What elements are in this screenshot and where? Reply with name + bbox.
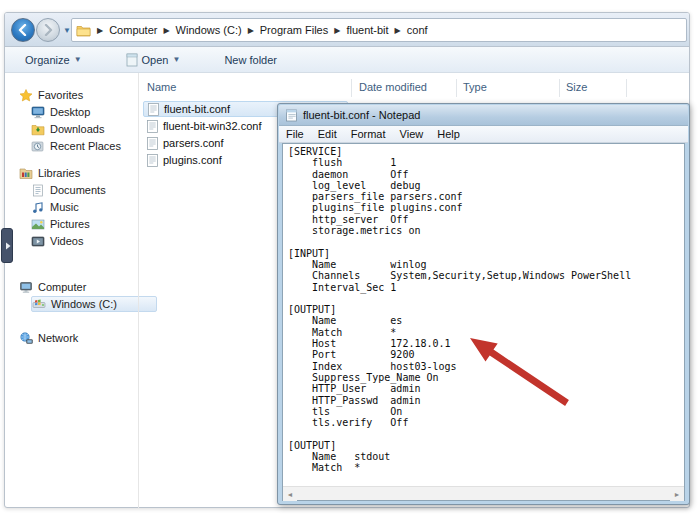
open-label: Open (142, 54, 169, 66)
notepad-edit-area[interactable]: [SERVICE] flush 1 daemon Off log_level d… (282, 143, 685, 501)
file-name: fluent-bit.conf (164, 103, 230, 115)
sidebar-item-label: Libraries (38, 167, 80, 179)
breadcrumb-computer[interactable]: Computer (109, 24, 157, 36)
scroll-right-icon[interactable]: ► (670, 487, 684, 501)
document-icon (126, 53, 138, 67)
recent-pages-dropdown-icon[interactable]: ▼ (63, 26, 71, 35)
back-button[interactable] (11, 18, 35, 42)
column-separator[interactable] (626, 79, 627, 97)
new-folder-label: New folder (224, 54, 277, 66)
pane-separator (138, 73, 139, 508)
column-separator[interactable] (559, 79, 560, 97)
menu-view[interactable]: View (393, 128, 431, 140)
address-bar: ▼ ▶ Computer ▶ Windows (C:) ▶ Program Fi… (5, 13, 689, 47)
horizontal-scrollbar[interactable]: ◄ ► (283, 486, 684, 500)
file-name: plugins.conf (163, 154, 222, 166)
menu-format[interactable]: Format (344, 128, 393, 140)
notepad-title-bar[interactable]: fluent-bit.conf - Notepad (279, 105, 688, 126)
breadcrumb-windows-c[interactable]: Windows (C:) (176, 24, 242, 36)
back-arrow-icon (17, 24, 29, 36)
notepad-icon (285, 109, 298, 122)
sidebar-item-label: Documents (50, 184, 106, 196)
sidebar-item-label: Recent Places (50, 140, 121, 152)
open-button[interactable]: Open ▼ (118, 47, 189, 72)
menu-help[interactable]: Help (430, 128, 467, 140)
folder-icon (76, 24, 91, 37)
network-globe-icon (19, 332, 33, 345)
sidebar-item-label: Music (50, 201, 79, 213)
column-separator[interactable] (351, 79, 352, 97)
menu-edit[interactable]: Edit (311, 128, 344, 140)
file-list-header: Name Date modified Type Size (139, 77, 690, 99)
column-name[interactable]: Name (147, 81, 176, 93)
notepad-menu-bar: File Edit Format View Help (279, 126, 688, 143)
sidebar-item-label: Pictures (50, 218, 90, 230)
pictures-icon (31, 218, 45, 231)
organize-button[interactable]: Organize ▼ (17, 47, 90, 72)
sidebar-item-label: Windows (C:) (51, 298, 117, 310)
conf-file-icon (147, 120, 158, 133)
scroll-left-icon[interactable]: ◄ (283, 487, 297, 501)
breadcrumb-program-files[interactable]: Program Files (260, 24, 328, 36)
sidebar-item-label: Favorites (38, 89, 83, 101)
conf-file-icon (147, 154, 158, 167)
computer-icon (19, 281, 33, 294)
breadcrumb-conf[interactable]: conf (407, 24, 428, 36)
videos-icon (31, 235, 45, 248)
edge-capture-tab[interactable] (1, 228, 13, 263)
breadcrumb-separator-icon: ▶ (91, 26, 109, 35)
conf-file-icon (147, 137, 158, 150)
column-type[interactable]: Type (463, 81, 487, 93)
desktop-icon (31, 106, 45, 119)
file-name: fluent-bit-win32.conf (163, 120, 261, 132)
command-toolbar: Organize ▼ Open ▼ New folder (5, 47, 689, 73)
sidebar-item-computer[interactable]: Computer (19, 279, 145, 295)
notepad-title-text: fluent-bit.conf - Notepad (303, 109, 420, 121)
forward-button-disabled[interactable] (36, 18, 60, 42)
breadcrumb-separator-icon: ▶ (242, 26, 260, 35)
libraries-icon (19, 167, 33, 180)
drive-icon (32, 298, 46, 311)
sidebar-item-label: Desktop (50, 106, 90, 118)
chevron-down-icon: ▼ (172, 55, 180, 64)
sidebar-item-label: Videos (50, 235, 83, 247)
address-breadcrumb-field[interactable]: ▶ Computer ▶ Windows (C:) ▶ Program File… (71, 18, 687, 42)
organize-label: Organize (25, 54, 70, 66)
menu-file[interactable]: File (279, 128, 311, 140)
recent-places-icon (31, 140, 45, 153)
music-note-icon (31, 201, 45, 214)
documents-icon (31, 184, 45, 197)
play-icon (5, 242, 11, 250)
chevron-down-icon: ▼ (74, 55, 82, 64)
breadcrumb-separator-icon: ▶ (389, 26, 407, 35)
column-size[interactable]: Size (566, 81, 587, 93)
star-icon (19, 89, 33, 102)
sidebar-item-label: Downloads (50, 123, 104, 135)
navigation-pane: Favorites Desktop Downloads Recent Place… (5, 73, 138, 508)
breadcrumb-fluent-bit[interactable]: fluent-bit (346, 24, 388, 36)
sidebar-item-label: Network (38, 332, 78, 344)
breadcrumb-separator-icon: ▶ (157, 26, 175, 35)
sidebar-item-network[interactable]: Network (19, 330, 145, 346)
forward-arrow-icon (42, 24, 54, 36)
breadcrumb-separator-icon: ▶ (328, 26, 346, 35)
column-separator[interactable] (456, 79, 457, 97)
new-folder-button[interactable]: New folder (216, 47, 285, 72)
downloads-folder-icon (31, 123, 45, 136)
notepad-text-content[interactable]: [SERVICE] flush 1 daemon Off log_level d… (283, 144, 684, 487)
sidebar-item-label: Computer (38, 281, 86, 293)
sidebar-item-favorites[interactable]: Favorites (19, 87, 145, 103)
conf-file-icon (148, 103, 159, 116)
sidebar-item-libraries[interactable]: Libraries (19, 165, 145, 181)
file-name: parsers.conf (163, 137, 224, 149)
notepad-window: fluent-bit.conf - Notepad File Edit Form… (277, 103, 690, 505)
column-date-modified[interactable]: Date modified (359, 81, 427, 93)
